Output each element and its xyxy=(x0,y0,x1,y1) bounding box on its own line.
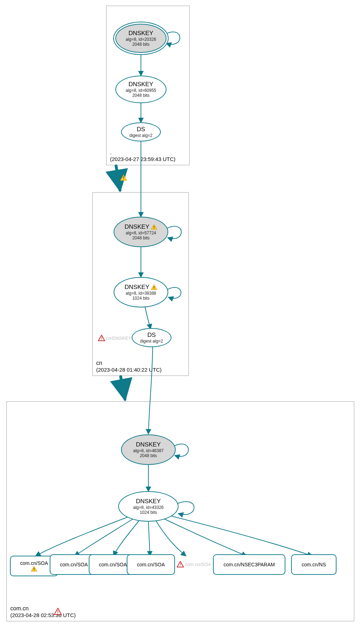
warning-icon xyxy=(151,224,157,230)
svg-text:!: ! xyxy=(180,562,181,567)
ghost-cn-dnskey: ! cn/DNSKEY xyxy=(98,335,131,341)
svg-rect-9 xyxy=(34,568,34,570)
warning-icon xyxy=(151,284,157,290)
warning-icon xyxy=(120,174,127,182)
node-cn-ds: DS digest alg=2 xyxy=(132,328,171,347)
error-icon: ! xyxy=(54,608,62,616)
node-rr-soa-4: com.cn/SOA xyxy=(127,554,175,575)
svg-rect-5 xyxy=(154,226,154,228)
svg-rect-7 xyxy=(154,286,154,288)
svg-text:!: ! xyxy=(101,336,102,340)
svg-rect-10 xyxy=(34,570,34,571)
node-cn-ksk: DNSKEY alg=8, id=57724 2048 bits xyxy=(114,217,168,247)
svg-rect-14 xyxy=(123,179,124,179)
node-rr-ns: com.cn/NS xyxy=(291,554,337,575)
warning-icon xyxy=(31,566,37,572)
node-cn-zsk: DNSKEY alg=8, id=38388 1024 bits xyxy=(114,277,168,307)
node-root-zsk: DNSKEY alg=8, id=60955 2048 bits xyxy=(115,76,166,103)
svg-rect-6 xyxy=(154,228,154,229)
svg-rect-8 xyxy=(154,288,154,289)
edge-layer xyxy=(0,0,361,644)
node-root-ksk: DNSKEY alg=8, id=20326 2048 bits xyxy=(115,24,166,53)
node-comcn-ksk: DNSKEY alg=8, id=46387 2048 bits xyxy=(121,434,176,465)
node-rr-nsec3param: com.cn/NSEC3PARAM xyxy=(213,554,285,575)
error-icon: ! xyxy=(98,335,105,341)
node-root-ds: DS digest alg=2 xyxy=(121,122,161,141)
ghost-comcn-soa: ! com.cn/SOA xyxy=(177,561,211,567)
node-comcn-zsk: DNSKEY alg=8, id=43326 1024 bits xyxy=(118,491,179,522)
svg-rect-13 xyxy=(123,176,124,178)
svg-text:!: ! xyxy=(57,610,59,615)
error-icon: ! xyxy=(177,561,184,567)
